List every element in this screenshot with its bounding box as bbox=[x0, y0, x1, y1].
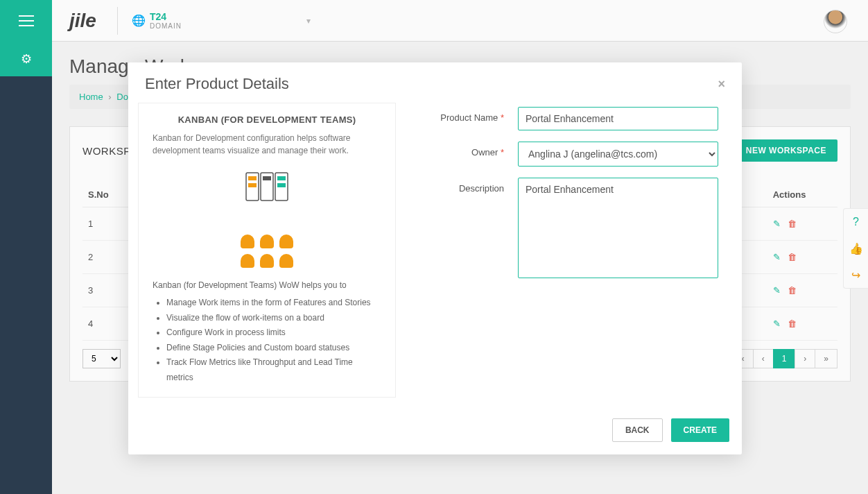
help-intro: Kanban (for Development Teams) WoW helps… bbox=[153, 280, 381, 290]
product-name-input[interactable] bbox=[518, 107, 718, 130]
svg-rect-4 bbox=[263, 176, 271, 180]
description-textarea[interactable]: Portal Enhancement bbox=[518, 178, 718, 278]
help-bullet: Configure Work in process limits bbox=[166, 325, 381, 341]
help-bullet: Define Stage Policies and Custom board s… bbox=[166, 341, 381, 356]
kanban-info-panel: KANBAN (FOR DEVELOPMENT TEAMS) Kanban fo… bbox=[138, 103, 396, 398]
svg-rect-7 bbox=[277, 183, 286, 187]
kanban-board-icon bbox=[153, 169, 381, 214]
create-button[interactable]: CREATE bbox=[671, 418, 729, 442]
help-bullet: Track Flow Metrics like Throughput and L… bbox=[166, 355, 381, 385]
team-illustration bbox=[236, 235, 298, 268]
product-name-label: Product Name bbox=[440, 112, 498, 123]
help-bullet: Manage Work items in the form of Feature… bbox=[166, 296, 381, 311]
owner-select[interactable]: Anglina J (angelina@tcs.com) bbox=[518, 142, 718, 167]
back-button[interactable]: BACK bbox=[612, 418, 663, 442]
kanban-desc: Kanban for Development configuration hel… bbox=[153, 132, 381, 157]
kanban-heading: KANBAN (FOR DEVELOPMENT TEAMS) bbox=[153, 114, 381, 125]
svg-rect-2 bbox=[248, 183, 257, 187]
owner-label: Owner bbox=[471, 147, 498, 157]
modal-title: Enter Product Details bbox=[145, 75, 289, 93]
close-icon[interactable]: × bbox=[718, 77, 725, 92]
description-label: Description bbox=[459, 183, 504, 194]
product-form: Product Name * Owner * Anglina J (angeli… bbox=[407, 103, 732, 398]
svg-rect-6 bbox=[277, 176, 286, 180]
help-bullet: Visualize the flow of work-items on a bo… bbox=[166, 311, 381, 326]
svg-rect-1 bbox=[248, 176, 257, 180]
product-details-modal: Enter Product Details × KANBAN (FOR DEVE… bbox=[128, 62, 742, 454]
